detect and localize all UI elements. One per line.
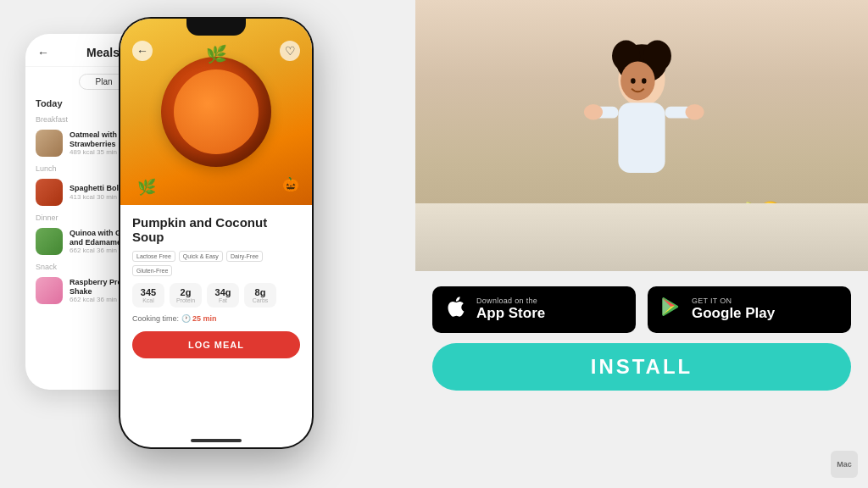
macro-carbs-val: 8g (250, 287, 270, 297)
macro-protein-val: 2g (175, 287, 196, 297)
soup-image-area: ← ♡ 🌿 🌿 🎃 (120, 19, 312, 205)
google-play-text: GET IT ON Google Play (692, 297, 775, 322)
app-store-button[interactable]: Download on the App Store (432, 286, 636, 333)
google-play-line1: GET IT ON (692, 297, 775, 305)
left-section: ← Meals i Plan Today Breakfast Oatmeal w… (0, 0, 415, 488)
phone-notch (186, 19, 246, 36)
macro-carbs-label: Carbs (250, 297, 270, 303)
macro-kcal: 345 Kcal (132, 283, 164, 308)
svg-point-10 (631, 78, 636, 83)
soup-nav: ← ♡ (120, 41, 312, 61)
log-meal-button[interactable]: LOG MEAL (132, 331, 300, 358)
macro-protein: 2g Protein (170, 283, 202, 308)
tag-quick: Quick & Easy (179, 251, 223, 262)
svg-point-9 (620, 61, 654, 100)
home-indicator[interactable] (191, 439, 242, 442)
tag-lactose: Lactose Free (132, 251, 175, 262)
cooking-photo: 🥗 🫑 🟡 (415, 0, 868, 271)
back-arrow-icon[interactable]: ← (37, 46, 49, 59)
cooking-time: Cooking time: 🕐 25 min (132, 314, 300, 323)
google-play-line2: Google Play (692, 305, 775, 322)
phone-front: ← ♡ 🌿 🌿 🎃 Pumpkin and Coconut Soup Lacto… (119, 17, 314, 449)
svg-rect-4 (618, 103, 665, 173)
tag-gluten: Gluten-Free (132, 265, 172, 276)
macro-fat-val: 34g (213, 287, 233, 297)
meal-thumbnail (36, 228, 63, 255)
install-area: INSTALL (415, 343, 868, 404)
app-store-text: Download on the App Store (476, 297, 545, 322)
soup-title: Pumpkin and Coconut Soup (132, 215, 300, 244)
meal-thumbnail (36, 277, 63, 304)
macro-kcal-val: 345 (138, 287, 159, 297)
macro-fat-label: Fat (213, 297, 233, 303)
phone-front-inner: ← ♡ 🌿 🌿 🎃 Pumpkin and Coconut Soup Lacto… (120, 19, 312, 447)
macro-protein-label: Protein (175, 297, 196, 303)
favorite-button[interactable]: ♡ (280, 41, 300, 61)
deco-pumpkin: 🎃 (282, 176, 299, 192)
macro-kcal-label: Kcal (138, 297, 159, 303)
phone-back-title: Meals (86, 46, 120, 59)
soup-bowl-image: 🌿 (161, 57, 271, 167)
apple-icon (444, 295, 468, 324)
app-store-line1: Download on the (476, 297, 545, 305)
svg-point-8 (686, 104, 704, 119)
store-buttons-area: Download on the App Store GET IT ON Goog… (415, 271, 868, 343)
right-section: 🥗 🫑 🟡 Download on the App Store GET IT O… (415, 0, 868, 488)
soup-tags: Lactose Free Quick & Easy Dairy-Free Glu… (132, 251, 300, 276)
svg-point-11 (642, 78, 647, 83)
meal-thumbnail (36, 130, 63, 157)
install-button[interactable]: INSTALL (432, 343, 851, 391)
mac-badge: Mac (831, 451, 858, 478)
svg-point-7 (584, 104, 603, 119)
app-store-line2: App Store (476, 305, 545, 322)
soup-macros: 345 Kcal 2g Protein 34g Fat 8g Carbs (132, 283, 300, 308)
macro-fat: 34g Fat (207, 283, 239, 308)
photo-background: 🥗 🫑 🟡 (415, 0, 868, 271)
play-icon (659, 295, 683, 324)
kitchen-counter (415, 203, 868, 271)
meal-thumbnail (36, 179, 63, 206)
deco-veg: 🌿 (137, 178, 156, 197)
google-play-button[interactable]: GET IT ON Google Play (648, 286, 851, 333)
tag-dairy: Dairy-Free (226, 251, 263, 262)
soup-inner (174, 69, 259, 154)
person-figure (557, 17, 726, 212)
cooking-time-value: 🕐 25 min (181, 314, 217, 323)
macro-carbs: 8g Carbs (244, 283, 276, 308)
back-button[interactable]: ← (132, 41, 153, 61)
soup-content: Pumpkin and Coconut Soup Lactose Free Qu… (120, 205, 312, 369)
